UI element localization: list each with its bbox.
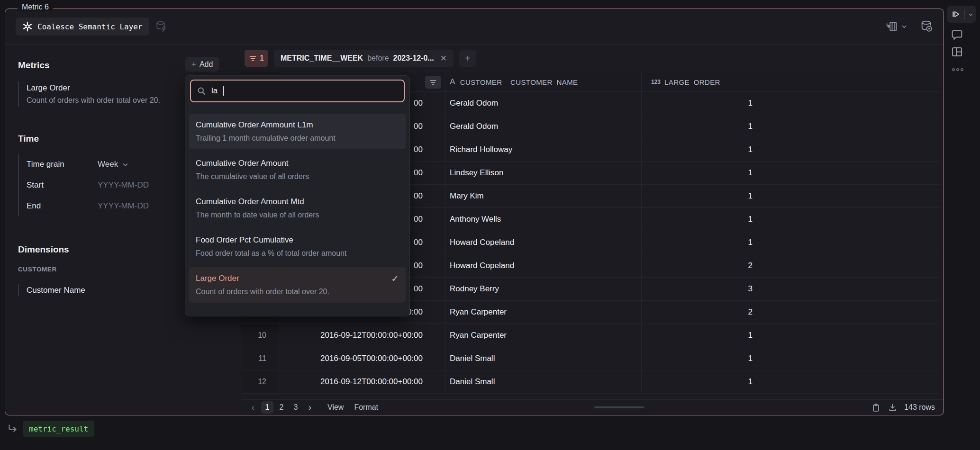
- run-cell-button[interactable]: [947, 6, 976, 23]
- large-order-header[interactable]: 123 LARGE_ORDER: [642, 72, 758, 92]
- metric-option-selected[interactable]: Large Order Count of orders with order t…: [189, 267, 406, 303]
- cell-customer: Gerald Odom: [445, 92, 642, 115]
- page-1-button[interactable]: 1: [261, 401, 273, 414]
- metric-option-description: Food order total as a % of total order a…: [196, 247, 399, 260]
- filter-lines-icon: [249, 54, 257, 63]
- page-2-button[interactable]: 2: [275, 401, 288, 414]
- cell-filler: [758, 231, 939, 254]
- more-options-icon[interactable]: [952, 67, 964, 72]
- return-arrow-icon: [7, 423, 19, 435]
- cell-filler: [758, 92, 939, 115]
- end-label: End: [27, 201, 98, 211]
- comment-icon[interactable]: [951, 28, 963, 41]
- filler-header: [758, 72, 939, 92]
- cell-time: 2016-09-05T00:00:00+00:00: [279, 347, 445, 370]
- metric-option[interactable]: Food Order Pct Cumulative Food order tot…: [189, 229, 406, 264]
- result-variable-label: metric_result: [29, 424, 88, 433]
- cell-customer: Ryan Carpenter: [445, 324, 642, 347]
- metric-panel: Metric 6 Coalesce Semantic Layer: [5, 9, 944, 415]
- metric-option[interactable]: Cumulative Order Ammount L1m Trailing 1 …: [189, 114, 406, 149]
- cell-large-order: 1: [642, 370, 758, 394]
- add-metric-label: Add: [200, 60, 213, 69]
- cell-customer: Gerald Odom: [445, 115, 642, 138]
- cell-filler: [758, 301, 939, 324]
- filter-operator: before: [367, 54, 389, 63]
- cell-time: 2016-09-12T00:00:00+00:00: [279, 370, 445, 394]
- filter-count-badge[interactable]: 1: [245, 50, 268, 67]
- cell-filler: [758, 185, 939, 208]
- end-date-input[interactable]: YYYY-MM-DD: [98, 201, 149, 211]
- table-import-icon: [886, 20, 898, 33]
- filter-field: METRIC_TIME__WEEK: [281, 54, 363, 63]
- view-menu[interactable]: View: [327, 403, 344, 412]
- customer-name-header-label: CUSTOMER__CUSTOMER_NAME: [460, 78, 578, 86]
- horizontal-scrollbar[interactable]: [594, 406, 644, 408]
- metric-search-dropdown: la Cumulative Order Ammount L1m Trailing…: [185, 75, 410, 316]
- cell-filler: [758, 370, 939, 394]
- cell-large-order: 1: [642, 138, 758, 162]
- number-type-icon: 123: [651, 79, 661, 85]
- copy-icon[interactable]: [871, 403, 881, 413]
- semantic-layer-chip[interactable]: Coalesce Semantic Layer: [16, 18, 149, 36]
- cell-large-order: 3: [642, 278, 758, 301]
- format-menu[interactable]: Format: [354, 403, 378, 412]
- metric-option[interactable]: Cumulative Order Amount The cumulative v…: [189, 152, 406, 188]
- column-filter-icon[interactable]: [425, 76, 441, 89]
- page-3-button[interactable]: 3: [290, 401, 302, 414]
- metric-option-title: Cumulative Order Ammount L1m: [196, 118, 399, 132]
- prev-page-button[interactable]: ‹: [247, 401, 259, 414]
- panel-header: Coalesce Semantic Layer: [5, 9, 944, 45]
- cell-large-order: 1: [642, 185, 758, 208]
- cell-large-order: 1: [642, 115, 758, 138]
- next-page-button[interactable]: ›: [304, 401, 316, 414]
- run-icon: [947, 9, 965, 19]
- start-date-input[interactable]: YYYY-MM-DD: [98, 180, 149, 190]
- metric-option-description: The month to date value of all orders: [196, 208, 399, 221]
- metric-option[interactable]: Cumulative Order Amount Mtd The month to…: [189, 190, 406, 226]
- row-number: 11: [241, 347, 279, 370]
- export-table-button[interactable]: [886, 20, 907, 33]
- cell-filler: [758, 115, 939, 138]
- remove-filter-icon[interactable]: ✕: [440, 54, 447, 63]
- customer-name-header[interactable]: A CUSTOMER__CUSTOMER_NAME: [445, 72, 642, 92]
- cell-filler: [758, 208, 939, 231]
- cell-large-order: 1: [642, 347, 758, 370]
- database-eye-icon: [920, 20, 933, 33]
- metric-option-description: Count of orders with order total over 20…: [196, 285, 399, 298]
- row-number: 12: [241, 370, 279, 394]
- semantic-layer-label: Coalesce Semantic Layer: [37, 22, 143, 31]
- cell-customer: Ryan Carpenter: [445, 301, 642, 324]
- check-icon: ✓: [391, 273, 399, 284]
- table-footer: ‹ 1 2 3 › View Format: [241, 399, 944, 415]
- cell-filler: [758, 138, 939, 162]
- search-icon: [197, 86, 207, 96]
- plus-icon: +: [191, 60, 196, 69]
- add-filter-button[interactable]: +: [459, 50, 476, 67]
- time-grain-select[interactable]: Week: [98, 160, 129, 169]
- metric-option-description: Trailing 1 month cumulative order amount: [196, 132, 399, 144]
- time-grain-label: Time grain: [27, 160, 98, 169]
- download-icon[interactable]: [888, 403, 898, 413]
- metric-option-description: The cumulative value of all orders: [196, 170, 399, 183]
- metric-option-title: Large Order: [196, 272, 399, 285]
- layout-panels-icon[interactable]: [951, 45, 963, 58]
- cell-large-order: 1: [642, 208, 758, 231]
- metric-search-input[interactable]: la: [190, 80, 405, 102]
- time-filter-chip[interactable]: METRIC_TIME__WEEK before 2023-12-0... ✕: [274, 50, 454, 67]
- cell-customer: Mary Kim: [445, 185, 642, 208]
- database-lightning-icon[interactable]: [155, 20, 167, 33]
- start-label: Start: [27, 180, 98, 190]
- cell-filler: [758, 254, 939, 278]
- add-metric-button[interactable]: + Add: [185, 57, 219, 72]
- cell-filler: [758, 162, 939, 185]
- cell-customer: Howard Copeland: [445, 254, 642, 278]
- cell-customer: Daniel Small: [445, 370, 642, 394]
- preview-data-button[interactable]: [920, 20, 933, 33]
- cell-customer: Anthony Wells: [445, 208, 642, 231]
- run-options-chevron-icon[interactable]: [965, 11, 976, 18]
- result-variable-chip[interactable]: metric_result: [23, 421, 94, 437]
- cell-customer: Richard Holloway: [445, 138, 642, 162]
- search-value: la: [211, 86, 218, 96]
- cell-large-order: 1: [642, 324, 758, 347]
- snowflake-icon: [22, 21, 33, 32]
